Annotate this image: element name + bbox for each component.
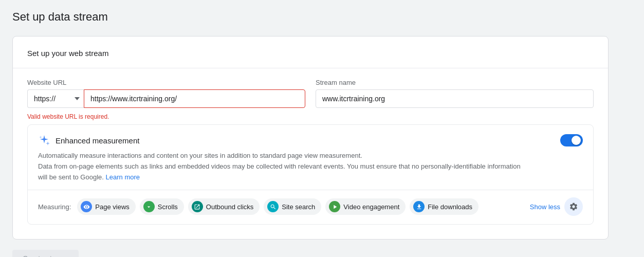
enhanced-header: Enhanced measurement bbox=[38, 134, 583, 146]
enhanced-toggle[interactable] bbox=[560, 134, 583, 146]
site-search-label: Site search bbox=[282, 203, 315, 211]
metric-pill-scrolls: Scrolls bbox=[140, 198, 184, 215]
outbound-clicks-icon bbox=[192, 201, 203, 212]
outbound-clicks-label: Outbound clicks bbox=[206, 203, 254, 211]
video-engagement-icon bbox=[329, 201, 340, 212]
metric-pill-page-views: Page views bbox=[77, 198, 135, 215]
measuring-row: Measuring: Page viewsScrollsOutbound cli… bbox=[38, 197, 583, 216]
protocol-select[interactable]: https:// http:// bbox=[27, 89, 84, 108]
card-divider bbox=[13, 68, 608, 68]
enhanced-measurement-box: Enhanced measurement Automatically measu… bbox=[27, 124, 594, 225]
stream-name-label: Stream name bbox=[316, 79, 594, 86]
learn-more-link[interactable]: Learn more bbox=[106, 173, 140, 181]
url-error-text: Valid website URL is required. bbox=[27, 113, 305, 120]
file-downloads-icon bbox=[413, 201, 425, 212]
measuring-inner: Page viewsScrollsOutbound clicksSite sea… bbox=[77, 198, 525, 215]
create-stream-button[interactable]: Create stream bbox=[12, 250, 79, 257]
enhanced-desc: Automatically measure interactions and c… bbox=[38, 151, 531, 182]
metric-pill-video-engagement: Video engagement bbox=[325, 198, 406, 215]
sparkle-icon bbox=[38, 134, 50, 146]
metric-pill-outbound-clicks: Outbound clicks bbox=[188, 198, 260, 215]
url-input-row: https:// http:// bbox=[27, 89, 305, 108]
url-group: Website URL https:// http:// Valid websi… bbox=[27, 79, 305, 120]
website-url-label: Website URL bbox=[27, 79, 305, 86]
page-views-label: Page views bbox=[95, 203, 129, 211]
form-row: Website URL https:// http:// Valid websi… bbox=[27, 79, 594, 120]
gear-icon bbox=[569, 202, 578, 211]
enhanced-title-row: Enhanced measurement bbox=[38, 134, 139, 146]
video-engagement-label: Video engagement bbox=[343, 203, 399, 211]
enhanced-divider bbox=[28, 190, 593, 190]
metric-pill-file-downloads: File downloads bbox=[410, 198, 479, 215]
stream-name-input[interactable] bbox=[316, 89, 594, 108]
metric-pill-site-search: Site search bbox=[264, 198, 321, 215]
page-title: Set up data stream bbox=[12, 10, 632, 24]
site-search-icon bbox=[267, 201, 279, 212]
enhanced-title: Enhanced measurement bbox=[56, 136, 139, 145]
website-url-input[interactable] bbox=[84, 89, 305, 108]
scrolls-label: Scrolls bbox=[158, 203, 178, 211]
setup-card: Set up your web stream Website URL https… bbox=[12, 36, 609, 240]
page-views-icon bbox=[81, 201, 92, 212]
card-header: Set up your web stream bbox=[27, 49, 594, 58]
file-downloads-label: File downloads bbox=[428, 203, 472, 211]
measuring-settings-button[interactable] bbox=[564, 197, 583, 216]
scrolls-icon bbox=[143, 201, 155, 212]
stream-name-group: Stream name bbox=[316, 79, 594, 108]
measuring-label: Measuring: bbox=[38, 203, 71, 211]
show-less-link[interactable]: Show less bbox=[530, 203, 560, 211]
